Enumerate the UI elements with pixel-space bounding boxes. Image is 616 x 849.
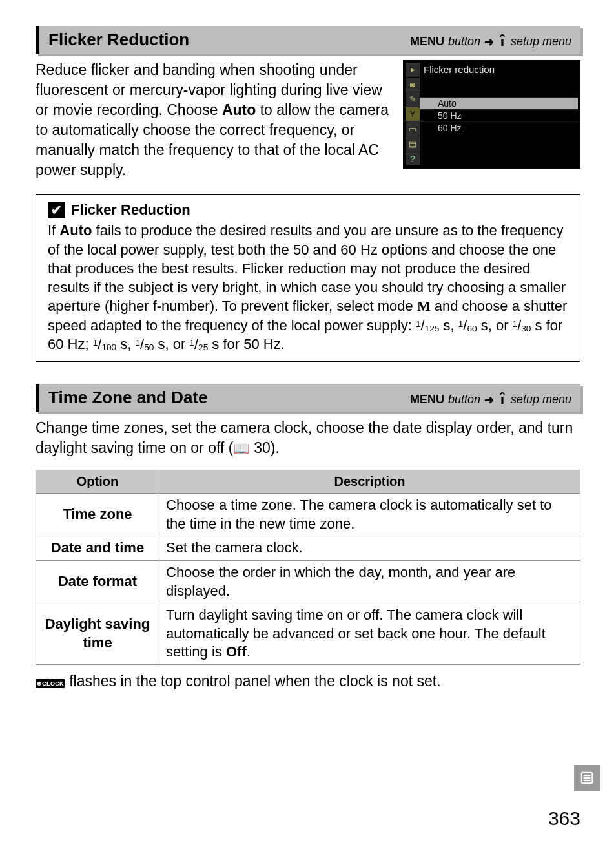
section-title: Time Zone and Date	[48, 388, 208, 408]
table-header-description: Description	[159, 470, 580, 494]
arrow-right-icon: ➜	[484, 393, 494, 407]
page-number: 363	[548, 808, 580, 830]
description-cell: Choose a time zone. The camera clock is …	[159, 494, 580, 536]
table-row: Time zone Choose a time zone. The camera…	[36, 494, 580, 536]
note-box-flicker: ✔ Flicker Reduction If Auto fails to pro…	[36, 194, 580, 362]
time-intro: Change time zones, set the camera clock,…	[36, 418, 580, 458]
menu-label: MENU	[410, 35, 444, 48]
camera-tab-camera-icon: ◙	[406, 78, 420, 92]
camera-tab-mymenu-icon: ▤	[406, 136, 420, 151]
camera-tab-play-icon: ▸	[406, 63, 420, 78]
button-word: button	[448, 35, 480, 48]
camera-tab-setup-icon: Y	[406, 107, 420, 122]
wrench-icon	[498, 34, 507, 49]
camera-tab-help-icon: ?	[406, 151, 420, 166]
table-row: Daylight saving time Turn daylight savin…	[36, 603, 580, 665]
mode-m-icon: M	[417, 298, 431, 314]
table-row: Date format Choose the order in which th…	[36, 560, 580, 603]
option-cell: Date and time	[36, 536, 159, 561]
book-icon: 📖	[233, 441, 254, 456]
section-title: Flicker Reduction	[48, 30, 189, 50]
camera-tab-pencil-icon: ✎	[406, 92, 420, 107]
description-cell: Choose the order in which the day, month…	[159, 560, 580, 603]
camera-menu-title: Flicker reduction	[420, 63, 578, 78]
description-cell: Turn daylight saving time on or off. The…	[159, 603, 580, 665]
wrench-icon	[498, 392, 507, 407]
note-body: If Auto fails to produce the desired res…	[48, 221, 568, 353]
arrow-right-icon: ➜	[484, 35, 494, 49]
breadcrumb: MENU button ➜ setup menu	[410, 392, 571, 407]
camera-menu-item: 60 Hz	[420, 121, 578, 134]
option-cell: Date format	[36, 560, 159, 603]
thumb-index-setup-icon	[574, 765, 600, 791]
option-cell: Time zone	[36, 494, 159, 536]
camera-tab-retouch-icon: ▭	[406, 121, 420, 136]
section-header-flicker: Flicker Reduction MENU button ➜ setup me…	[36, 26, 580, 54]
section-header-time: Time Zone and Date MENU button ➜ setup m…	[36, 384, 580, 412]
menu-label: MENU	[410, 393, 444, 406]
camera-menu-list: Auto 50 Hz 60 Hz	[420, 97, 578, 134]
flicker-intro: Reduce flicker and banding when shooting…	[36, 60, 394, 180]
shutter-speeds-50hz: 1/100 s, 1/50 s, or 1/25 s for 50 Hz.	[93, 336, 285, 352]
check-icon: ✔	[48, 202, 65, 218]
camera-menu-screenshot: ▸ ◙ ✎ Y ▭ ▤ ? Flicker reduction Auto 50 …	[403, 60, 580, 169]
crumb-target: setup menu	[511, 35, 571, 48]
table-header-option: Option	[36, 470, 159, 494]
camera-menu-item: Auto	[420, 97, 578, 109]
description-cell: Set the camera clock.	[159, 536, 580, 561]
button-word: button	[448, 393, 480, 406]
note-title: ✔ Flicker Reduction	[48, 202, 568, 218]
table-row: Date and time Set the camera clock.	[36, 536, 580, 561]
clock-icon: CLOCK	[36, 679, 65, 688]
camera-menu-sidebar: ▸ ◙ ✎ Y ▭ ▤ ?	[406, 63, 420, 166]
option-cell: Daylight saving time	[36, 603, 159, 665]
camera-menu-item: 50 Hz	[420, 109, 578, 121]
crumb-target: setup menu	[511, 393, 571, 406]
options-table: Option Description Time zone Choose a ti…	[36, 470, 580, 665]
breadcrumb: MENU button ➜ setup menu	[410, 34, 571, 49]
clock-flash-note: CLOCK flashes in the top control panel w…	[36, 671, 580, 691]
